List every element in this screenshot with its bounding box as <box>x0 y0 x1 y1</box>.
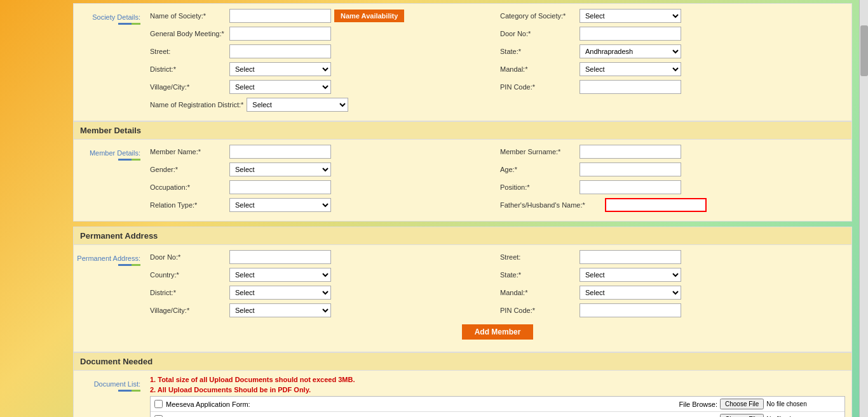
meeseva-label: Meeseva Application Form: <box>166 400 679 408</box>
add-member-button[interactable]: Add Member <box>462 324 534 340</box>
mandal-select[interactable]: Select <box>580 62 681 76</box>
perm-district-select[interactable]: Select <box>229 286 331 300</box>
perm-pin-code-label: PIN Code:* <box>500 307 576 314</box>
perm-country-label: Country:* <box>150 271 226 279</box>
scrollbar-thumb[interactable] <box>860 25 868 76</box>
member-surname-label: Member Surname:* <box>500 148 576 156</box>
perm-street-input[interactable] <box>580 250 681 264</box>
perm-mandal-select[interactable]: Select <box>580 286 681 300</box>
perm-village-city-label: Village/City:* <box>150 307 226 314</box>
perm-state-label: State:* <box>500 271 576 279</box>
perm-mandal-label: Mandal:* <box>500 289 576 296</box>
scrollbar-track[interactable] <box>859 0 868 417</box>
state-select[interactable]: Andhrapradesh <box>580 44 681 58</box>
society-sidebar-label: Society Details: <box>74 4 144 121</box>
permanent-address-header: Permanent Address <box>73 227 852 244</box>
doc-info-1: 1. Total size of all Upload Documents sh… <box>150 376 845 383</box>
pin-code-input[interactable] <box>580 80 681 94</box>
mandal-label: Mandal:* <box>500 65 576 73</box>
fathers-husband-name-label: Father's/Husband's Name:* <box>500 201 602 209</box>
name-of-society-input[interactable] <box>229 9 331 23</box>
occupation-input[interactable] <box>229 180 331 194</box>
doc-row-meeseva: Meeseva Application Form: File Browse: <box>151 397 844 412</box>
fathers-husband-name-input[interactable] <box>605 198 707 212</box>
category-of-society-select[interactable]: Select <box>580 9 681 23</box>
gender-select[interactable]: Select <box>229 162 331 176</box>
general-body-meeting-label: General Body Meeting:* <box>150 30 226 37</box>
street-input[interactable] <box>229 44 331 58</box>
perm-district-label: District:* <box>150 289 226 296</box>
meeseva-file-input[interactable] <box>720 399 841 409</box>
position-label: Position:* <box>500 183 576 191</box>
state-label: State:* <box>500 48 576 55</box>
perm-street-label: Street: <box>500 253 576 261</box>
relation-type-select[interactable]: Select <box>229 198 331 212</box>
meeseva-file-browse-label: File Browse: <box>679 400 717 408</box>
document-list-sidebar-label: Document List: <box>74 371 144 417</box>
age-input[interactable] <box>580 162 681 176</box>
name-availability-button[interactable]: Name Availability <box>334 10 404 22</box>
perm-door-no-label: Door No:* <box>150 253 226 261</box>
perm-village-city-select[interactable]: Select <box>229 303 331 317</box>
door-no-label: Door No:* <box>500 30 576 37</box>
memorandum-file-input[interactable] <box>720 414 841 417</box>
village-city-select[interactable]: Select <box>229 80 331 94</box>
pin-code-label: PIN Code:* <box>500 83 576 91</box>
district-select[interactable]: Select <box>229 62 331 76</box>
member-name-label: Member Name:* <box>150 148 226 156</box>
name-of-society-label: Name of Society:* <box>150 12 226 20</box>
category-of-society-label: Category of Society:* <box>500 12 576 20</box>
occupation-label: Occupation:* <box>150 183 226 191</box>
door-no-input[interactable] <box>580 27 681 41</box>
position-input[interactable] <box>580 180 681 194</box>
gender-label: Gender:* <box>150 166 226 173</box>
age-label: Age:* <box>500 166 576 173</box>
member-name-input[interactable] <box>229 145 331 159</box>
member-surname-input[interactable] <box>580 145 681 159</box>
doc-info-2: 2. All Upload Documents Should be in PDF… <box>150 386 845 394</box>
perm-door-no-input[interactable] <box>229 250 331 264</box>
member-details-header: Member Details <box>73 121 852 139</box>
district-label: District:* <box>150 65 226 73</box>
perm-pin-code-input[interactable] <box>580 303 681 317</box>
permanent-address-sidebar-label: Permanent Address: <box>74 245 144 352</box>
name-reg-district-select[interactable]: Select <box>247 98 348 112</box>
street-label: Street: <box>150 48 226 55</box>
name-reg-district-label: Name of Registration District:* <box>150 101 243 109</box>
meeseva-checkbox[interactable] <box>154 400 163 408</box>
general-body-meeting-input[interactable] <box>229 27 331 41</box>
village-city-label: Village/City:* <box>150 83 226 91</box>
perm-state-select[interactable]: Select <box>580 268 681 282</box>
relation-type-label: Relation Type:* <box>150 201 226 209</box>
member-details-sidebar-label: Member Details: <box>74 140 144 221</box>
document-needed-header: Document Needed <box>73 352 852 370</box>
doc-row-memorandum: Memorandum and ByeLaw:* File Browse: <box>151 412 844 417</box>
perm-country-select[interactable]: Select <box>229 268 331 282</box>
